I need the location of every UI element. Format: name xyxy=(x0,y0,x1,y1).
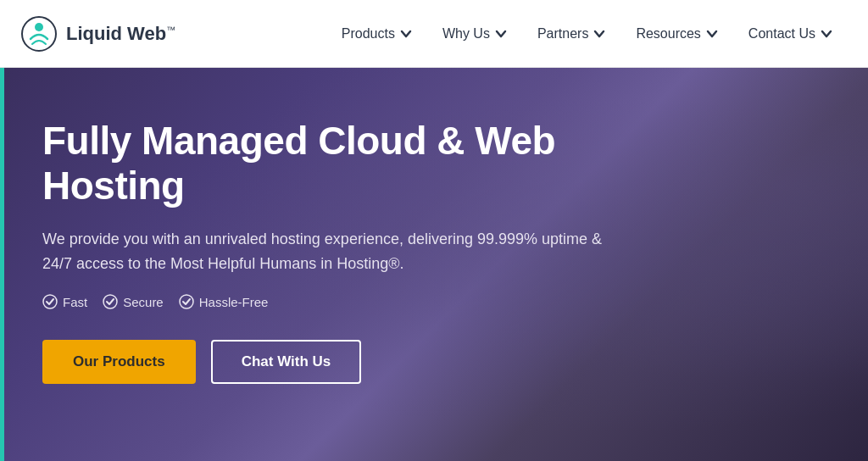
chevron-down-icon xyxy=(400,28,412,40)
nav-item-partners[interactable]: Partners xyxy=(522,19,620,48)
hero-badges: Fast Secure Hassle-Free xyxy=(42,294,636,309)
hero-subtitle: We provide you with an unrivaled hosting… xyxy=(42,227,619,276)
chevron-down-icon xyxy=(495,28,507,40)
chevron-down-icon xyxy=(593,28,605,40)
logo-icon xyxy=(20,15,58,53)
navbar: Liquid Web™ Products Why Us Partners Res… xyxy=(0,0,868,68)
hero-title: Fully Managed Cloud & Web Hosting xyxy=(42,119,636,208)
nav-item-whyus[interactable]: Why Us xyxy=(427,19,522,48)
our-products-button[interactable]: Our Products xyxy=(42,340,196,384)
brand-name: Liquid Web™ xyxy=(66,23,175,45)
checkmark-icon xyxy=(42,294,58,309)
svg-point-3 xyxy=(103,295,117,308)
hero-buttons: Our Products Chat With Us xyxy=(42,340,636,384)
nav-item-products[interactable]: Products xyxy=(326,19,427,48)
nav-item-resources[interactable]: Resources xyxy=(620,19,732,48)
svg-point-2 xyxy=(43,295,57,308)
svg-point-1 xyxy=(35,23,43,31)
checkmark-icon xyxy=(179,294,194,309)
badge-secure: Secure xyxy=(103,294,164,309)
hero-section: Fully Managed Cloud & Web Hosting We pro… xyxy=(0,68,868,461)
logo-link[interactable]: Liquid Web™ xyxy=(20,15,175,53)
chat-with-us-button[interactable]: Chat With Us xyxy=(211,340,362,384)
hero-content: Fully Managed Cloud & Web Hosting We pro… xyxy=(0,68,636,418)
nav-item-contact[interactable]: Contact Us xyxy=(733,19,848,48)
badge-hassle-free: Hassle-Free xyxy=(179,294,269,309)
nav-links: Products Why Us Partners Resources Conta… xyxy=(209,19,848,48)
chevron-down-icon xyxy=(706,28,718,40)
badge-fast: Fast xyxy=(42,294,87,309)
svg-point-4 xyxy=(180,295,193,308)
chevron-down-icon xyxy=(821,28,832,40)
checkmark-icon xyxy=(103,294,118,309)
